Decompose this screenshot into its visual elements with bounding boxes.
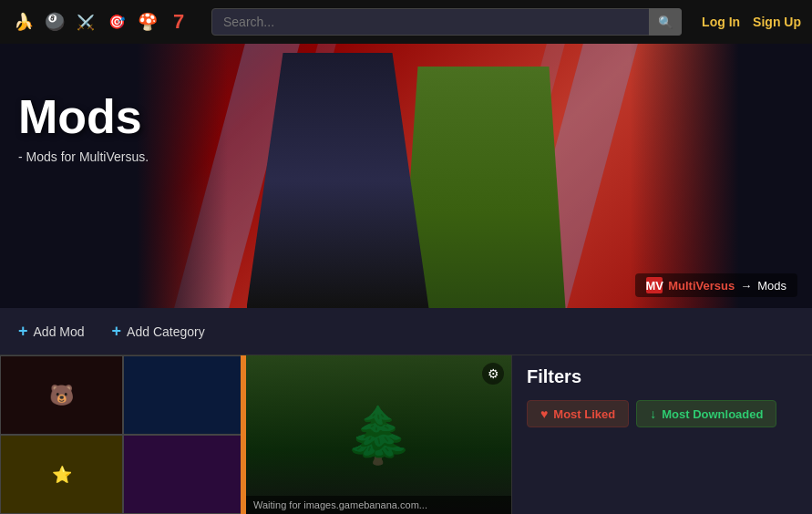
smash-icon[interactable]: ⚔️ [73, 9, 98, 35]
breadcrumb-arrow-icon: → [740, 279, 752, 293]
game-abbr: MV [645, 279, 663, 293]
status-bar: Waiting for images.gamebanana.com... [246, 496, 511, 514]
banner: Mods - Mods for MultiVersus. MV MultiVer… [0, 44, 812, 308]
page-subtitle: - Mods for MultiVersus. [18, 149, 149, 164]
nav-game-icons: 🍌 🎱 ⚔️ 🎯 🍄 7 [11, 9, 191, 35]
heart-icon: ♥ [540, 406, 548, 421]
banana-icon[interactable]: 🍌 [11, 9, 36, 35]
signup-link[interactable]: Sign Up [753, 15, 801, 29]
banner-title-area: Mods - Mods for MultiVersus. [18, 89, 149, 164]
mod-thumb-4[interactable] [123, 435, 246, 514]
most-liked-label: Most Liked [553, 407, 615, 421]
breadcrumb: MV MultiVersus → Mods [635, 273, 797, 297]
search-input[interactable] [211, 8, 682, 36]
7-icon[interactable]: 7 [166, 9, 191, 35]
mod-card-left: 🐻 ⭐ [0, 355, 246, 514]
add-category-plus-icon: + [112, 322, 122, 341]
csgo-icon[interactable]: 🎯 [104, 9, 129, 35]
add-category-button[interactable]: + Add Category [112, 322, 205, 341]
search-wrap: 🔍 [211, 8, 682, 36]
action-bar: + Add Mod + Add Category [0, 308, 812, 355]
add-mod-button[interactable]: + Add Mod [18, 322, 85, 341]
mod-thumb-2[interactable] [123, 355, 246, 435]
mod-thumb-3[interactable]: ⭐ [0, 435, 123, 514]
search-button[interactable]: 🔍 [649, 8, 682, 36]
mario-icon[interactable]: 🍄 [135, 9, 160, 35]
search-icon: 🔍 [658, 15, 673, 29]
batman-character [247, 53, 429, 308]
mod-card-right: 🌲 ⚙ Waiting for images.gamebanana.com... [246, 355, 511, 514]
most-downloaded-label: Most Downloaded [662, 407, 763, 421]
add-mod-plus-icon: + [18, 322, 28, 341]
mods-area: 🐻 ⭐ 🌲 ⚙ Waiting for images.game [0, 355, 511, 514]
nav-auth: Log In Sign Up [702, 15, 801, 29]
mod-thumbnails-grid: 🐻 ⭐ [0, 355, 246, 514]
login-link[interactable]: Log In [702, 15, 740, 29]
game-icon: MV [646, 277, 663, 293]
add-category-label: Add Category [127, 324, 205, 339]
shaggy-character [402, 67, 566, 308]
banner-characters [137, 44, 675, 308]
download-icon: ↓ [650, 406, 656, 421]
filters-title: Filters [527, 366, 797, 387]
mod-thumb-1[interactable]: 🐻 [0, 355, 123, 435]
navbar: 🍌 🎱 ⚔️ 🎯 🍄 7 🔍 Log In Sign Up [0, 0, 812, 44]
gear-icon[interactable]: ⚙ [482, 363, 504, 385]
forest-overlay: 🌲 [246, 355, 511, 514]
most-downloaded-button[interactable]: ↓ Most Downloaded [636, 400, 776, 427]
filter-buttons: ♥ Most Liked ↓ Most Downloaded [527, 400, 797, 427]
add-mod-label: Add Mod [34, 324, 85, 339]
page-title: Mods [18, 89, 149, 144]
main-content: 🐻 ⭐ 🌲 ⚙ Waiting for images.game [0, 355, 812, 514]
status-text: Waiting for images.gamebanana.com... [253, 499, 427, 510]
filters-panel: Filters ♥ Most Liked ↓ Most Downloaded [511, 355, 812, 514]
most-liked-button[interactable]: ♥ Most Liked [527, 400, 629, 427]
breadcrumb-game[interactable]: MultiVersus [668, 279, 735, 293]
8ball-icon[interactable]: 🎱 [42, 9, 67, 35]
breadcrumb-page: Mods [757, 279, 786, 293]
